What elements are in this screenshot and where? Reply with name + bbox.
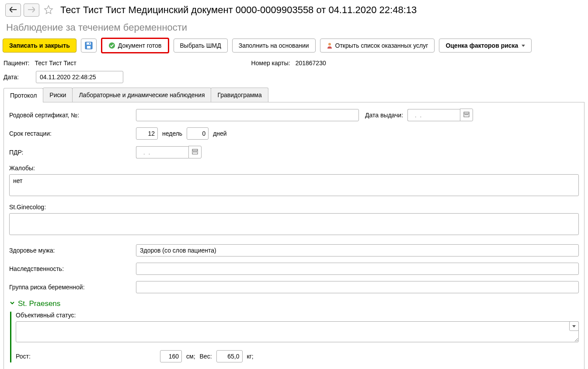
weight-label: Вес: (200, 353, 212, 360)
gestation-label: Срок гестации: (9, 130, 132, 137)
issue-date-input[interactable] (407, 109, 460, 121)
open-services-button[interactable]: Открыть список оказанных услуг (320, 39, 435, 53)
pdr-label: ПДР: (9, 149, 132, 156)
svg-rect-10 (467, 114, 468, 115)
svg-rect-13 (193, 151, 194, 152)
nav-forward-button[interactable] (24, 4, 39, 17)
pdr-input[interactable] (136, 146, 188, 158)
tab-gravidogram[interactable]: Гравидограмма (211, 88, 268, 102)
tab-risks[interactable]: Риски (43, 88, 73, 102)
ginecolog-textarea[interactable] (9, 213, 579, 235)
nav-back-button[interactable] (5, 4, 21, 17)
section-praesens-toggle[interactable]: St. Praesens (9, 299, 579, 308)
risk-assessment-label: Оценка факторов риска (445, 42, 518, 49)
weight-input[interactable] (216, 350, 243, 362)
calendar-icon (192, 149, 198, 156)
svg-rect-2 (87, 46, 90, 49)
document-ready-button[interactable]: Документ готов (101, 38, 169, 53)
cert-label: Родовой сертификат, №: (9, 112, 132, 119)
disk-icon (85, 42, 93, 49)
obj-status-dropdown-button[interactable] (569, 321, 579, 331)
obj-status-textarea[interactable] (16, 321, 579, 342)
page-title: Тест Тист Тист Медицинский документ 0000… (60, 4, 417, 16)
select-shmd-button[interactable]: Выбрать ШМД (174, 39, 228, 53)
svg-rect-1 (87, 42, 91, 45)
chevron-down-icon (9, 299, 15, 308)
days-unit: дней (213, 130, 227, 137)
arrow-right-icon (28, 7, 35, 14)
patient-value: Тест Тист Тист (35, 60, 77, 67)
pdr-picker-button[interactable] (188, 146, 202, 158)
patient-label: Пациент: (3, 60, 30, 67)
check-circle-icon (108, 42, 115, 49)
weeks-unit: недель (162, 130, 182, 137)
section-praesens-label: St. Praesens (18, 299, 60, 308)
save-button[interactable] (81, 39, 97, 53)
date-input[interactable] (36, 71, 123, 83)
svg-rect-9 (466, 114, 467, 115)
tab-lab[interactable]: Лабораторные и динамические наблюдения (72, 88, 211, 102)
heredity-input[interactable] (136, 263, 579, 275)
open-services-label: Открыть список оказанных услуг (335, 42, 428, 49)
calendar-icon (463, 112, 470, 119)
save-close-button[interactable]: Записать и закрыть (3, 39, 77, 53)
chevron-down-icon (572, 325, 576, 327)
weight-unit: кг; (247, 353, 254, 360)
svg-rect-3 (89, 43, 90, 44)
favorite-button[interactable] (42, 4, 55, 17)
ginecolog-label: St.Ginecolog: (9, 204, 579, 211)
document-ready-label: Документ готов (118, 42, 162, 49)
star-icon (44, 5, 53, 16)
fill-based-button[interactable]: Заполнить на основании (232, 39, 316, 53)
heredity-label: Наследственность: (9, 265, 132, 272)
complaints-label: Жалобы: (9, 165, 579, 172)
issue-date-picker-button[interactable] (460, 109, 473, 121)
cert-input[interactable] (136, 109, 359, 121)
svg-rect-15 (196, 151, 197, 152)
husband-health-label: Здоровье мужа: (9, 247, 132, 254)
user-icon (327, 42, 333, 49)
chevron-down-icon (522, 45, 525, 47)
obj-status-label: Объективный статус: (16, 312, 579, 319)
husband-health-input[interactable] (136, 244, 579, 257)
risk-group-label: Группа риска беременной: (9, 284, 132, 291)
page-subtitle: Наблюдение за течением беременности (0, 20, 588, 38)
svg-point-5 (328, 43, 331, 46)
height-unit: см; (186, 353, 195, 360)
issue-date-label: Дата выдачи: (365, 112, 403, 119)
date-label: Дата: (3, 74, 31, 81)
height-input[interactable] (160, 350, 182, 362)
height-label: Рост: (16, 353, 156, 360)
gestation-weeks-input[interactable] (136, 127, 158, 140)
card-number-value: 201867230 (296, 60, 326, 67)
complaints-textarea[interactable] (9, 174, 579, 196)
svg-rect-8 (465, 114, 466, 115)
svg-rect-14 (195, 151, 195, 152)
arrow-left-icon (10, 7, 17, 14)
risk-group-input[interactable] (136, 281, 579, 293)
risk-assessment-button[interactable]: Оценка факторов риска (439, 39, 532, 53)
card-number-label: Номер карты: (251, 60, 290, 67)
tab-protocol[interactable]: Протокол (3, 88, 43, 102)
gestation-days-input[interactable] (187, 127, 209, 140)
